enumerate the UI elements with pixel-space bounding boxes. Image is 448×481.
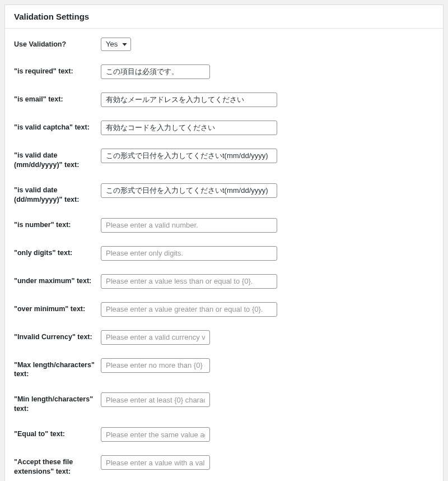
accept-extensions-input[interactable] [101,455,210,470]
label-under-maximum: "under maximum" text: [14,274,101,286]
is-number-input[interactable] [101,218,277,233]
label-is-number: "is number" text: [14,218,101,230]
validation-settings-panel: Validation Settings Use Validation? Yes … [4,4,444,481]
row-invalid-currency: "Invalid Currency" text: [14,330,434,345]
label-is-valid-date-mdy: "is valid date (mm/dd/yyyy)" text: [14,149,101,170]
use-validation-select[interactable]: Yes [101,38,131,51]
panel-header: Validation Settings [5,5,443,29]
row-max-length: "Max length/characters" text: [14,358,434,380]
label-is-required: "is required" text: [14,64,101,76]
panel-body: Use Validation? Yes "is required" text: … [5,29,443,481]
label-is-valid-captcha: "is valid captcha" text: [14,121,101,132]
label-min-length: "Min length/characters" text: [14,392,101,414]
invalid-currency-input[interactable] [101,330,210,345]
is-valid-date-dmy-input[interactable] [101,183,277,198]
over-minimum-input[interactable] [101,302,277,317]
row-is-valid-captcha: "is valid captcha" text: [14,121,434,135]
is-email-input[interactable] [101,92,277,107]
row-min-length: "Min length/characters" text: [14,392,434,414]
label-invalid-currency: "Invalid Currency" text: [14,330,101,342]
label-over-minimum: "over minimum" text: [14,302,101,314]
control-use-validation: Yes [101,38,434,51]
row-is-required: "is required" text: [14,64,434,79]
label-is-email: "is email" text: [14,92,101,104]
row-equal-to: "Equal to" text: [14,427,434,442]
row-use-validation: Use Validation? Yes [14,38,434,51]
is-required-input[interactable] [101,64,210,79]
row-is-email: "is email" text: [14,92,434,107]
is-valid-date-mdy-input[interactable] [101,149,277,163]
under-maximum-input[interactable] [101,274,277,289]
row-is-valid-date-dmy: "is valid date (dd/mm/yyyy)" text: [14,183,434,205]
label-equal-to: "Equal to" text: [14,427,101,439]
label-only-digits: "only digits" text: [14,246,101,258]
label-use-validation: Use Validation? [14,38,101,49]
row-accept-extensions: "Accept these file extensions" text: [14,455,434,477]
row-under-maximum: "under maximum" text: [14,274,434,289]
panel-title: Validation Settings [14,12,434,21]
max-length-input[interactable] [101,358,210,373]
row-over-minimum: "over minimum" text: [14,302,434,317]
equal-to-input[interactable] [101,427,210,442]
label-max-length: "Max length/characters" text: [14,358,101,380]
is-valid-captcha-input[interactable] [101,121,277,135]
row-is-number: "is number" text: [14,218,434,233]
label-accept-extensions: "Accept these file extensions" text: [14,455,101,477]
only-digits-input[interactable] [101,246,277,261]
min-length-input[interactable] [101,392,210,407]
row-only-digits: "only digits" text: [14,246,434,261]
label-is-valid-date-dmy: "is valid date (dd/mm/yyyy)" text: [14,183,101,205]
row-is-valid-date-mdy: "is valid date (mm/dd/yyyy)" text: [14,149,434,170]
